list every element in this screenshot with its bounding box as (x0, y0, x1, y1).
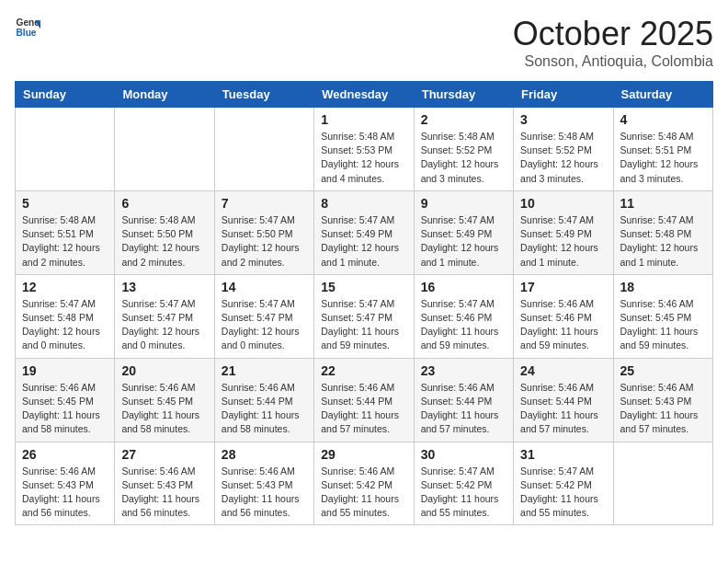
day-info: Sunrise: 5:47 AMSunset: 5:49 PMDaylight:… (421, 213, 506, 270)
day-info: Sunrise: 5:48 AMSunset: 5:50 PMDaylight:… (121, 213, 207, 270)
day-cell: 18Sunrise: 5:46 AMSunset: 5:45 PMDayligh… (613, 274, 712, 358)
day-number: 11 (620, 196, 706, 211)
day-cell: 25Sunrise: 5:46 AMSunset: 5:43 PMDayligh… (613, 358, 712, 442)
day-cell: 29Sunrise: 5:46 AMSunset: 5:42 PMDayligh… (314, 442, 414, 525)
day-cell: 12Sunrise: 5:47 AMSunset: 5:48 PMDayligh… (16, 274, 115, 358)
col-header-friday: Friday (514, 82, 613, 108)
day-info: Sunrise: 5:46 AMSunset: 5:44 PMDaylight:… (520, 381, 606, 437)
day-cell: 7Sunrise: 5:47 AMSunset: 5:50 PMDaylight… (214, 190, 313, 274)
day-info: Sunrise: 5:46 AMSunset: 5:43 PMDaylight:… (121, 465, 207, 521)
day-cell: 14Sunrise: 5:47 AMSunset: 5:47 PMDayligh… (214, 274, 313, 358)
day-info: Sunrise: 5:47 AMSunset: 5:48 PMDaylight:… (22, 297, 108, 353)
week-row-2: 5Sunrise: 5:48 AMSunset: 5:51 PMDaylight… (16, 190, 713, 274)
day-cell (613, 442, 712, 525)
day-info: Sunrise: 5:47 AMSunset: 5:48 PMDaylight:… (620, 213, 706, 270)
day-number: 28 (222, 447, 307, 462)
day-info: Sunrise: 5:47 AMSunset: 5:47 PMDaylight:… (222, 297, 307, 353)
day-cell (214, 108, 313, 191)
day-number: 19 (22, 363, 108, 378)
day-number: 26 (22, 447, 108, 462)
day-cell: 6Sunrise: 5:48 AMSunset: 5:50 PMDaylight… (115, 190, 214, 274)
day-cell: 20Sunrise: 5:46 AMSunset: 5:45 PMDayligh… (115, 358, 214, 442)
day-cell: 21Sunrise: 5:46 AMSunset: 5:44 PMDayligh… (214, 358, 313, 442)
week-row-4: 19Sunrise: 5:46 AMSunset: 5:45 PMDayligh… (16, 358, 713, 442)
day-number: 21 (222, 363, 307, 378)
page-header: General Blue October 2025 Sonson, Antioq… (15, 15, 713, 70)
month-title: October 2025 (513, 15, 713, 53)
col-header-thursday: Thursday (414, 82, 513, 108)
day-info: Sunrise: 5:46 AMSunset: 5:42 PMDaylight:… (321, 465, 406, 521)
day-cell: 28Sunrise: 5:46 AMSunset: 5:43 PMDayligh… (214, 442, 313, 525)
day-number: 4 (620, 112, 706, 127)
day-number: 2 (421, 112, 506, 127)
col-header-monday: Monday (115, 82, 214, 108)
col-header-wednesday: Wednesday (314, 82, 414, 108)
calendar-table: SundayMondayTuesdayWednesdayThursdayFrid… (15, 81, 713, 525)
svg-text:Blue: Blue (17, 28, 37, 38)
day-info: Sunrise: 5:47 AMSunset: 5:49 PMDaylight:… (520, 213, 606, 270)
logo: General Blue (15, 15, 40, 40)
day-info: Sunrise: 5:47 AMSunset: 5:47 PMDaylight:… (321, 297, 406, 353)
day-cell: 11Sunrise: 5:47 AMSunset: 5:48 PMDayligh… (613, 190, 712, 274)
day-cell: 22Sunrise: 5:46 AMSunset: 5:44 PMDayligh… (314, 358, 414, 442)
day-cell: 16Sunrise: 5:47 AMSunset: 5:46 PMDayligh… (414, 274, 513, 358)
day-info: Sunrise: 5:46 AMSunset: 5:44 PMDaylight:… (421, 381, 506, 437)
day-info: Sunrise: 5:46 AMSunset: 5:44 PMDaylight:… (321, 381, 406, 437)
day-cell: 9Sunrise: 5:47 AMSunset: 5:49 PMDaylight… (414, 190, 513, 274)
day-number: 17 (520, 280, 606, 294)
day-number: 3 (520, 112, 606, 127)
day-cell: 31Sunrise: 5:47 AMSunset: 5:42 PMDayligh… (514, 442, 613, 525)
day-cell: 23Sunrise: 5:46 AMSunset: 5:44 PMDayligh… (414, 358, 513, 442)
day-cell (16, 108, 115, 191)
day-number: 25 (620, 363, 706, 378)
day-number: 20 (121, 363, 207, 378)
day-number: 7 (222, 196, 307, 211)
day-cell: 13Sunrise: 5:47 AMSunset: 5:47 PMDayligh… (115, 274, 214, 358)
day-info: Sunrise: 5:47 AMSunset: 5:42 PMDaylight:… (421, 465, 506, 521)
day-cell (115, 108, 214, 191)
day-cell: 15Sunrise: 5:47 AMSunset: 5:47 PMDayligh… (314, 274, 414, 358)
day-number: 14 (222, 280, 307, 294)
day-cell: 8Sunrise: 5:47 AMSunset: 5:49 PMDaylight… (314, 190, 414, 274)
day-number: 30 (421, 447, 506, 462)
day-info: Sunrise: 5:47 AMSunset: 5:42 PMDaylight:… (520, 465, 606, 521)
day-number: 5 (22, 196, 108, 211)
day-info: Sunrise: 5:48 AMSunset: 5:51 PMDaylight:… (620, 130, 706, 186)
col-header-saturday: Saturday (613, 82, 712, 108)
logo-icon: General Blue (15, 15, 40, 40)
day-cell: 17Sunrise: 5:46 AMSunset: 5:46 PMDayligh… (514, 274, 613, 358)
day-info: Sunrise: 5:46 AMSunset: 5:45 PMDaylight:… (121, 381, 207, 437)
day-number: 8 (321, 196, 406, 211)
day-number: 12 (22, 280, 108, 294)
day-number: 22 (321, 363, 406, 378)
day-number: 9 (421, 196, 506, 211)
day-info: Sunrise: 5:48 AMSunset: 5:51 PMDaylight:… (22, 213, 108, 270)
day-info: Sunrise: 5:46 AMSunset: 5:44 PMDaylight:… (222, 381, 307, 437)
day-cell: 30Sunrise: 5:47 AMSunset: 5:42 PMDayligh… (414, 442, 513, 525)
day-cell: 2Sunrise: 5:48 AMSunset: 5:52 PMDaylight… (414, 108, 513, 191)
day-number: 24 (520, 363, 606, 378)
day-info: Sunrise: 5:47 AMSunset: 5:50 PMDaylight:… (222, 213, 307, 270)
day-number: 1 (321, 112, 406, 127)
day-number: 27 (121, 447, 207, 462)
day-info: Sunrise: 5:46 AMSunset: 5:43 PMDaylight:… (222, 465, 307, 521)
day-info: Sunrise: 5:47 AMSunset: 5:46 PMDaylight:… (421, 297, 506, 353)
location: Sonson, Antioquia, Colombia (513, 53, 713, 70)
day-cell: 5Sunrise: 5:48 AMSunset: 5:51 PMDaylight… (16, 190, 115, 274)
week-row-3: 12Sunrise: 5:47 AMSunset: 5:48 PMDayligh… (16, 274, 713, 358)
title-block: October 2025 Sonson, Antioquia, Colombia (513, 15, 713, 70)
day-info: Sunrise: 5:48 AMSunset: 5:53 PMDaylight:… (321, 130, 406, 186)
day-info: Sunrise: 5:46 AMSunset: 5:43 PMDaylight:… (22, 465, 108, 521)
day-cell: 4Sunrise: 5:48 AMSunset: 5:51 PMDaylight… (613, 108, 712, 191)
day-number: 16 (421, 280, 506, 294)
day-cell: 19Sunrise: 5:46 AMSunset: 5:45 PMDayligh… (16, 358, 115, 442)
day-info: Sunrise: 5:47 AMSunset: 5:49 PMDaylight:… (321, 213, 406, 270)
day-number: 29 (321, 447, 406, 462)
day-info: Sunrise: 5:48 AMSunset: 5:52 PMDaylight:… (520, 130, 606, 186)
day-cell: 3Sunrise: 5:48 AMSunset: 5:52 PMDaylight… (514, 108, 613, 191)
week-row-5: 26Sunrise: 5:46 AMSunset: 5:43 PMDayligh… (16, 442, 713, 525)
day-info: Sunrise: 5:46 AMSunset: 5:45 PMDaylight:… (620, 297, 706, 353)
header-row: SundayMondayTuesdayWednesdayThursdayFrid… (16, 82, 713, 108)
day-number: 10 (520, 196, 606, 211)
day-cell: 10Sunrise: 5:47 AMSunset: 5:49 PMDayligh… (514, 190, 613, 274)
